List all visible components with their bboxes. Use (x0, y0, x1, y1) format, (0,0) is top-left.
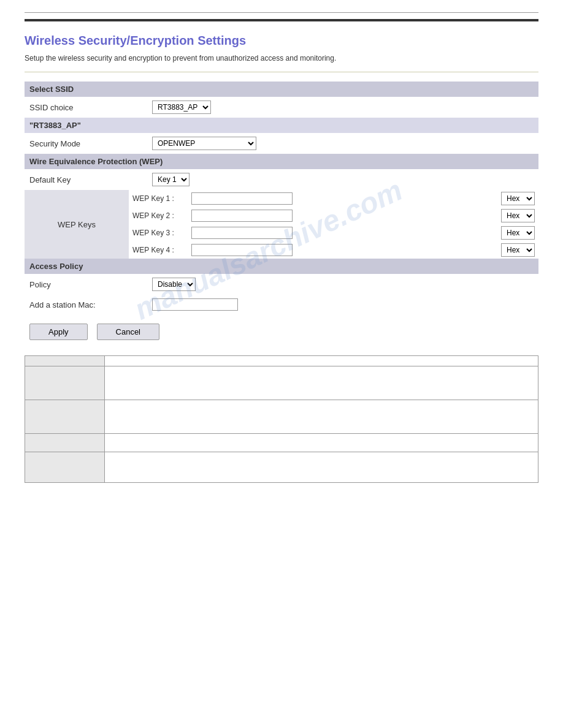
select-ssid-section: Select SSID SSID choice RT3883_AP (25, 82, 538, 118)
station-mac-control (152, 298, 238, 311)
wep-key1-format-select[interactable]: Hex ASCII (501, 192, 535, 205)
wep-key2-format-select[interactable]: Hex ASCII (501, 209, 535, 222)
bottom-table-row-2 (25, 366, 538, 400)
bottom-table-row-3 (25, 400, 538, 434)
ssid-choice-select[interactable]: RT3883_AP (152, 100, 211, 114)
apply-button[interactable]: Apply (29, 324, 88, 340)
ssid-choice-control: RT3883_AP (152, 100, 211, 114)
wep-key3-format-select[interactable]: Hex ASCII (501, 226, 535, 240)
policy-label: Policy (29, 280, 152, 289)
bottom-row1-col2 (105, 356, 538, 366)
wep-section: Wire Equivalence Protection (WEP) Defaul… (25, 154, 538, 259)
wep-key1-input[interactable] (191, 192, 293, 205)
wep-key3-label: WEP Key 3 : (132, 229, 188, 237)
button-row: Apply Cancel (25, 314, 538, 349)
bottom-table-row-4 (25, 434, 538, 452)
wep-key2-cell: WEP Key 2 : Hex ASCII (129, 207, 538, 224)
page-title: Wireless Security/Encryption Settings (25, 34, 538, 48)
select-ssid-header: Select SSID (25, 82, 538, 97)
station-mac-input[interactable] (152, 298, 238, 311)
wep-key2-input[interactable] (191, 210, 293, 222)
wep-key4-cell: WEP Key 4 : Hex ASCII (129, 241, 538, 259)
ssid-choice-row: SSID choice RT3883_AP (25, 97, 538, 118)
thick-divider-line (25, 19, 538, 21)
wep-header: Wire Equivalence Protection (WEP) (25, 154, 538, 169)
wep-key3-input[interactable] (191, 227, 293, 239)
access-policy-section: Access Policy Policy Disable Allow Rejec… (25, 259, 538, 314)
wep-key1-label: WEP Key 1 : (132, 194, 188, 203)
policy-select[interactable]: Disable Allow Reject (152, 278, 196, 291)
wep-keys-label: WEP Keys (25, 190, 129, 259)
wep-key1-label-cell: WEP Key 1 : Hex ASCII (129, 190, 538, 207)
bottom-row1-col1 (25, 356, 105, 366)
default-key-control: Key 1 Key 2 Key 3 Key 4 (152, 173, 190, 186)
wep-key2-label: WEP Key 2 : (132, 211, 188, 220)
bottom-table-row-5 (25, 452, 538, 483)
wep-key4-format-select[interactable]: Hex ASCII (501, 243, 535, 257)
top-divider-line (25, 12, 538, 13)
default-key-row: Default Key Key 1 Key 2 Key 3 Key 4 (25, 169, 538, 190)
default-key-select[interactable]: Key 1 Key 2 Key 3 Key 4 (152, 173, 190, 186)
bottom-row5-col1 (25, 452, 105, 483)
policy-row: Policy Disable Allow Reject (25, 274, 538, 295)
bottom-row5-col2 (105, 452, 538, 483)
bottom-table-row-1 (25, 356, 538, 366)
default-key-label: Default Key (29, 175, 152, 184)
security-mode-control: OPENWEP OPEN SHARED WPA-PSK WPA2-PSK (152, 137, 256, 150)
bottom-row2-col2 (105, 366, 538, 400)
section-divider (25, 72, 538, 72)
security-mode-label: Security Mode (29, 139, 152, 148)
wep-key4-label: WEP Key 4 : (132, 246, 188, 254)
ssid-config-header: "RT3883_AP" (25, 118, 538, 133)
wep-key3-cell: WEP Key 3 : Hex ASCII (129, 224, 538, 241)
bottom-info-table (25, 355, 538, 483)
bottom-row3-col2 (105, 400, 538, 434)
policy-control: Disable Allow Reject (152, 278, 196, 291)
bottom-row2-col1 (25, 366, 105, 400)
wep-keys-outer-row: WEP Keys WEP Key 1 : Hex ASCII (25, 190, 538, 207)
station-mac-label: Add a station Mac: (29, 300, 152, 309)
security-mode-select[interactable]: OPENWEP OPEN SHARED WPA-PSK WPA2-PSK (152, 137, 256, 150)
bottom-row4-col1 (25, 434, 105, 452)
page-description: Setup the wireless security and encrypti… (25, 54, 538, 63)
security-mode-row: Security Mode OPENWEP OPEN SHARED WPA-PS… (25, 133, 538, 154)
station-mac-row: Add a station Mac: (25, 295, 538, 314)
bottom-row3-col1 (25, 400, 105, 434)
wep-keys-table: WEP Keys WEP Key 1 : Hex ASCII (25, 190, 538, 259)
wep-key4-input[interactable] (191, 244, 293, 256)
cancel-button[interactable]: Cancel (97, 324, 159, 340)
bottom-row4-col2 (105, 434, 538, 452)
access-policy-header: Access Policy (25, 259, 538, 274)
ssid-choice-label: SSID choice (29, 103, 152, 112)
